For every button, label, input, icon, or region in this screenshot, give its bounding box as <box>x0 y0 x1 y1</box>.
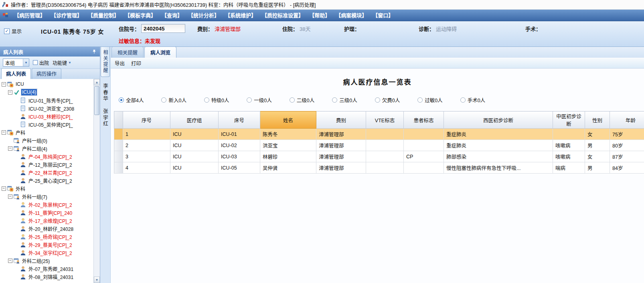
column-header[interactable]: 患者标志 <box>404 111 444 129</box>
cell[interactable]: 女 <box>585 151 610 162</box>
tree-item[interactable]: 外-25_杨奇铭[CP]_2 <box>0 232 93 241</box>
cell[interactable]: 1 <box>123 129 170 140</box>
table-row[interactable]: 2ICUICU-02洪亚宝漳浦管理部重症肺炎咳嗽病男80岁 <box>114 140 644 151</box>
cell[interactable]: 男 <box>585 162 610 174</box>
tree-item[interactable]: 外-20_林龄仔_24028 <box>0 224 93 232</box>
menu-item[interactable]: 【质控标准设置】 <box>259 10 306 21</box>
expander-icon[interactable]: − <box>2 82 6 87</box>
tree-item[interactable]: ICU-03_林碧珍[CP]_ <box>0 112 93 120</box>
show-checkbox[interactable]: ✓ 显示 <box>4 27 22 35</box>
filter-radio-8[interactable]: 手术0人 <box>460 96 485 104</box>
column-header[interactable]: 姓名 <box>260 111 316 129</box>
sidebar-tab-1[interactable]: 病历操作 <box>32 68 61 79</box>
cell[interactable] <box>404 140 444 151</box>
table-row[interactable]: 4ICUICU-05吴仲贤漳浦管理部慢性阻塞性肺病伴有急性下呼吸...喘病男84… <box>114 162 644 174</box>
tree-item[interactable]: 产-04_陈纯英[CP]_2 <box>0 152 93 160</box>
expander-icon[interactable]: − <box>8 259 12 263</box>
filter-radio-0[interactable]: 全部4人 <box>119 96 144 104</box>
filter-radio-3[interactable]: 一级0人 <box>247 96 271 104</box>
cell[interactable]: 漳浦管理部 <box>316 129 366 140</box>
discharge-checkbox[interactable]: 出院 <box>33 59 49 66</box>
tree-item[interactable]: 外-34_张宇红[CP]_2 <box>0 249 93 257</box>
expander-icon[interactable]: − <box>8 194 12 199</box>
cell[interactable]: 咳嗽病 <box>553 151 585 162</box>
tree-item[interactable]: −ICU <box>0 80 93 88</box>
tree-item[interactable]: 外-11_蔡笋[CP]_240 <box>0 208 93 216</box>
cell[interactable] <box>404 129 444 140</box>
cell[interactable]: 3 <box>123 151 170 162</box>
tree-item[interactable]: −外科 <box>0 184 93 192</box>
tree-item[interactable]: ICU-02_洪亚宝_2308 <box>0 104 93 112</box>
cell[interactable]: 咳嗽病 <box>553 140 585 151</box>
cell[interactable]: 重症肺炎 <box>444 129 553 140</box>
cell[interactable] <box>553 129 585 140</box>
menu-item[interactable]: 【病案模块】 <box>333 10 370 21</box>
tree-item[interactable]: −外科二组(25) <box>0 257 93 265</box>
pin-icon[interactable] <box>92 49 97 54</box>
filter-radio-7[interactable]: 过敏0人 <box>417 96 442 104</box>
cell[interactable]: 4 <box>123 162 170 174</box>
sidebar-tab-0[interactable]: 病人列表 <box>1 68 31 79</box>
cell[interactable]: 漳浦管理部 <box>316 162 366 174</box>
table-row[interactable]: 3ICUICU-03林碧珍漳浦管理部CP肺部感染咳嗽病女87岁 <box>114 151 644 162</box>
tree-item[interactable]: 外-02_陈景林[CP]_2 <box>0 200 93 208</box>
tree-item[interactable]: 外-07_陈秀卿_24031 <box>0 265 93 273</box>
expander-icon[interactable]: − <box>8 146 12 151</box>
tree-item[interactable]: 产-12_陈丽云[CP]_2 <box>0 160 93 168</box>
menu-item[interactable]: 【诊疗管理】 <box>48 10 85 21</box>
column-header[interactable]: 西医初步诊断 <box>444 111 553 129</box>
cell[interactable] <box>366 162 404 174</box>
cell[interactable]: ICU <box>170 151 219 162</box>
tree-item[interactable]: 外-17_余维煌[CP]_2 <box>0 216 93 224</box>
expander-icon[interactable]: − <box>2 130 6 135</box>
cell[interactable] <box>366 140 404 151</box>
function-key-menu[interactable]: 功能键 ▼ <box>53 59 71 66</box>
cell[interactable]: ICU <box>170 129 219 140</box>
tree-scrollbar[interactable]: ▲ ▼ <box>93 79 100 283</box>
tree-item[interactable]: 产科一组(0) <box>0 136 93 144</box>
scrollbar-thumb[interactable] <box>94 86 99 115</box>
filter-radio-2[interactable]: 特级0人 <box>204 96 229 104</box>
cell[interactable]: 87岁 <box>610 151 644 162</box>
tree-item[interactable]: −ICU(4) <box>0 88 93 96</box>
cell[interactable]: 75岁 <box>610 129 644 140</box>
cell[interactable]: 漳浦管理部 <box>316 140 366 151</box>
column-header[interactable]: 中医初步诊断 <box>553 111 585 129</box>
expander-icon[interactable]: − <box>2 186 6 191</box>
menu-item[interactable]: 【查询】 <box>159 10 185 21</box>
cell[interactable]: 陈秀冬 <box>260 129 316 140</box>
column-header[interactable]: 性别 <box>585 111 610 129</box>
filter-radio-6[interactable]: 欠费0人 <box>375 96 400 104</box>
menu-item[interactable]: 【病历管理】 <box>11 10 48 21</box>
menu-item[interactable]: 【质量控制】 <box>85 10 122 21</box>
expander-icon[interactable]: − <box>8 90 12 95</box>
toolbar-button[interactable]: 导出 <box>115 59 125 67</box>
cell[interactable]: ICU-02 <box>219 140 260 151</box>
column-header[interactable]: VTE标志 <box>366 111 404 129</box>
cell[interactable] <box>404 162 444 174</box>
table-row[interactable]: 1ICUICU-01陈秀冬漳浦管理部重症肺炎女75岁 <box>114 129 644 140</box>
cell[interactable]: ICU <box>170 162 219 174</box>
cell[interactable]: CP <box>404 151 444 162</box>
cell[interactable]: ICU <box>170 140 219 151</box>
strip-name-0[interactable]: 李春华 <box>101 83 109 102</box>
tree-item[interactable]: ICU-05_吴仲贤[CP]_ <box>0 120 93 128</box>
cell[interactable]: 漳浦管理部 <box>316 151 366 162</box>
tree-item[interactable]: −产科 <box>0 128 93 136</box>
cell[interactable]: 2 <box>123 140 170 151</box>
tree-item[interactable]: ICU-01_陈秀冬[CP]_ <box>0 96 93 104</box>
cell[interactable]: 慢性阻塞性肺病伴有急性下呼吸... <box>444 162 553 174</box>
main-tab-1[interactable]: 病人浏览 <box>144 46 176 58</box>
menu-item[interactable]: 【系统维护】 <box>222 10 259 21</box>
collapsed-tab-related-reminders[interactable]: 相关提醒 <box>101 47 110 77</box>
filter-radio-1[interactable]: 新入0人 <box>161 96 186 104</box>
menu-item[interactable]: 【帮助】 <box>306 10 333 21</box>
column-header[interactable]: 医疗组 <box>170 111 219 129</box>
cell[interactable]: 男 <box>585 140 610 151</box>
tree-item[interactable]: 产-22_林兰青[CP]_2 <box>0 168 93 176</box>
menu-item[interactable]: 【统计分析】 <box>185 10 222 21</box>
cell[interactable]: 女 <box>585 129 610 140</box>
toolbar-button[interactable]: 打印 <box>131 59 141 67</box>
cell[interactable]: 洪亚宝 <box>260 140 316 151</box>
cell[interactable]: 80岁 <box>610 140 644 151</box>
